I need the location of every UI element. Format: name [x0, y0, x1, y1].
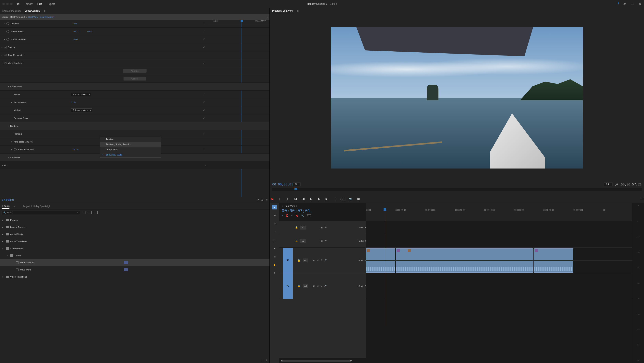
a1-audio-lane[interactable] [366, 261, 632, 273]
slip-tool[interactable]: |↔| [272, 238, 277, 242]
toggle-output-icon[interactable]: ▣ [320, 240, 322, 242]
snap-icon[interactable]: ⌖ [282, 214, 283, 217]
presets-folder[interactable]: ▸Presets [0, 217, 270, 224]
reset-icon[interactable]: ↺ [203, 109, 204, 111]
v3-lane[interactable] [366, 221, 632, 234]
program-current-tc[interactable]: 00;00;03;01 [272, 182, 293, 186]
warp-stabilizer-effect[interactable]: Warp Stabilizer [0, 259, 270, 266]
a1-header[interactable]: A1 🔒 A1 ▣MS🎤 Audio 1 [279, 248, 366, 273]
mark-in-button[interactable]: { [278, 197, 282, 201]
clear-search-icon[interactable]: × [77, 211, 78, 214]
cancel-button[interactable]: Cancel [124, 77, 146, 81]
program-playhead[interactable] [294, 188, 297, 190]
panel-menu-icon[interactable]: ≡ [14, 205, 15, 208]
track-content-area[interactable] [366, 221, 632, 358]
v2-header[interactable]: 🔒 V2 ▣👁 Video 2 [279, 234, 366, 248]
new-bin-icon[interactable]: ▢ [262, 359, 264, 361]
export-icon[interactable]: ⇧ [266, 199, 268, 201]
linked-selection-icon[interactable]: ∿ [291, 214, 293, 217]
export-tab[interactable]: Export [47, 2, 55, 6]
clip-dropdown-icon[interactable]: ▾ [26, 16, 27, 18]
effects-search-input[interactable] [7, 211, 76, 214]
audio-clip-c[interactable] [534, 261, 573, 273]
method-dropdown[interactable]: Subspace Warp [71, 109, 92, 112]
method-option-position[interactable]: Position [100, 137, 161, 142]
audio-meters[interactable]: 0-6-12 -18-24-30 -36-42-48 -54dB [632, 203, 644, 363]
reset-icon[interactable]: ↺ [203, 38, 204, 41]
button-editor-icon[interactable]: + [640, 197, 644, 201]
delete-icon[interactable]: 🗑 [266, 359, 268, 361]
quick-export-icon[interactable] [616, 2, 619, 6]
audio-effects-folder[interactable]: ▸Audio Effects [0, 231, 270, 238]
mute-button[interactable]: M [317, 259, 318, 262]
method-option-perspective[interactable]: Perspective [100, 147, 161, 152]
fx-badge-1-icon[interactable] [82, 211, 86, 214]
reset-icon[interactable]: ↺ [203, 22, 204, 25]
type-tool[interactable]: T [272, 271, 277, 276]
audio-section[interactable]: Audio ▴ [0, 161, 270, 169]
reset-icon[interactable]: ↺ [203, 30, 204, 33]
clip-play-icon[interactable]: ▸ [267, 16, 268, 18]
play-only-icon[interactable]: ▹▹ [261, 199, 264, 201]
export-frame-button[interactable]: 📷 [348, 197, 352, 201]
lock-icon[interactable]: 🔒 [295, 240, 298, 242]
workspace-icon[interactable] [630, 2, 634, 6]
fx-badge-2-icon[interactable] [88, 211, 92, 214]
reset-icon[interactable]: ↺ [203, 93, 204, 96]
seq-menu-icon[interactable]: ≡ [296, 205, 297, 207]
step-back-button[interactable]: ◀| [301, 197, 305, 201]
reset-icon[interactable]: ↺ [203, 46, 204, 49]
result-row[interactable]: Result Smooth Motion ↺ [0, 91, 270, 98]
stopwatch-icon[interactable] [14, 148, 16, 151]
voiceover-icon[interactable]: 🎤 [324, 259, 327, 262]
eye-icon[interactable]: 👁 [324, 226, 327, 229]
toggle-output-icon[interactable]: ▣ [313, 285, 315, 287]
program-tab[interactable]: Program: Boat View [272, 9, 293, 14]
audio-transitions-folder[interactable]: ▸Audio Transitions [0, 238, 270, 245]
effects-tab[interactable]: Effects [2, 204, 10, 209]
method-row[interactable]: Method Subspace Warp ↺ [0, 106, 270, 114]
maximize-window[interactable] [10, 3, 12, 5]
track-select-tool[interactable]: ⇢ [272, 213, 277, 218]
reset-icon[interactable]: ↺ [203, 133, 204, 135]
audio-clip-a[interactable] [366, 261, 395, 273]
video-transitions-folder[interactable]: ▸Video Transitions [0, 273, 270, 280]
play-button[interactable]: ▶ [309, 197, 313, 201]
home-icon[interactable] [16, 2, 20, 6]
add-marker-button[interactable]: 🔖 [270, 197, 274, 201]
lock-icon[interactable]: 🔒 [298, 285, 300, 287]
anchor-point-row[interactable]: Anchor Point 640.0 360.0 ↺ [0, 28, 270, 36]
lock-icon[interactable]: 🔒 [298, 259, 300, 262]
clip-path-label[interactable]: Boat View • Boat View.mp4 [28, 16, 54, 18]
effects-search-box[interactable]: 🔍 × [2, 211, 80, 215]
v2-lane[interactable] [366, 234, 632, 248]
go-to-out-button[interactable]: ▶| [325, 197, 329, 201]
settings-icon[interactable]: 🔧 [301, 214, 304, 217]
reset-icon[interactable]: ↺ [203, 101, 204, 104]
step-forward-button[interactable]: |▶ [317, 197, 321, 201]
pen-tool[interactable]: ✒ [272, 246, 277, 251]
close-sequence-icon[interactable]: × [282, 205, 283, 207]
marker-icon[interactable]: 🔖 [296, 214, 298, 217]
rectangle-tool[interactable]: ▭ [272, 254, 277, 259]
fx-badge-3-icon[interactable] [94, 211, 98, 214]
smoothness-row[interactable]: ▸ Smoothness 50 % ↺ [0, 98, 270, 106]
extract-button[interactable]: ⬚⬚ [341, 197, 344, 201]
lock-icon[interactable]: 🔒 [295, 226, 298, 229]
timeline-tc[interactable]: 00;00;03;01 [282, 208, 364, 213]
close-window[interactable] [2, 3, 5, 5]
stopwatch-icon[interactable] [6, 22, 9, 25]
wave-warp-effect[interactable]: Wave Warp [0, 266, 270, 273]
time-remapping-row[interactable]: ▸fx Time Remapping [0, 51, 270, 59]
opacity-row[interactable]: ▸fx Opacity ↺ [0, 43, 270, 51]
cc-icon[interactable]: CC [307, 214, 311, 217]
ripple-edit-tool[interactable]: ⇄ [272, 221, 277, 226]
clip-c[interactable] [534, 248, 573, 260]
project-tab[interactable]: Project: Holiday Special_2 [22, 204, 50, 208]
resolution-dropdown[interactable]: Full [604, 182, 612, 186]
rotation-row[interactable]: ▸ Rotation 0.0 ↺ [0, 20, 270, 28]
zoom-fit-dropdown[interactable]: Fit [293, 182, 300, 186]
clip-a[interactable] [366, 248, 395, 260]
method-option-psr[interactable]: Position, Scale, Rotation [100, 142, 161, 147]
sequence-name[interactable]: Boat View [285, 205, 295, 207]
